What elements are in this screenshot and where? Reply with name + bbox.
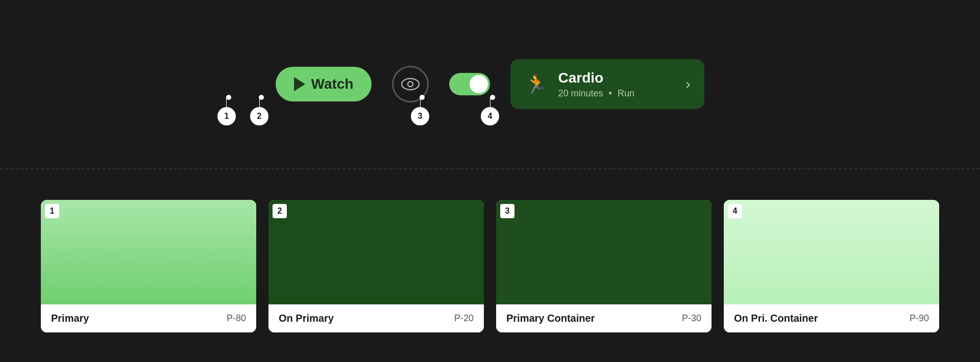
- cardio-info: Cardio 20 minutes • Run: [558, 69, 675, 99]
- color-swatch-3: [496, 200, 712, 304]
- chevron-right-icon: ›: [685, 76, 690, 92]
- color-code-2: P-20: [454, 313, 474, 324]
- bottom-section: 1 Primary P-80 2 On Primary P-20 3 Prima…: [0, 169, 980, 362]
- color-swatch-2: [268, 200, 484, 304]
- watch-button[interactable]: Watch: [276, 67, 372, 101]
- color-code-3: P-30: [682, 313, 701, 324]
- dot-marker-4: [490, 95, 495, 100]
- connector-line-4: [490, 98, 491, 108]
- connector-line-1: [226, 98, 227, 108]
- color-card-2: 2 On Primary P-20: [268, 200, 484, 332]
- cardio-type: Run: [618, 88, 634, 98]
- toggle-switch[interactable]: [449, 73, 490, 95]
- card-number-2: 2: [273, 204, 287, 218]
- color-card-4: 4 On Pri. Container P-90: [724, 200, 939, 332]
- color-code-4: P-90: [910, 313, 929, 324]
- annotation-1: 1: [217, 107, 236, 125]
- connector-line-2: [259, 98, 260, 108]
- cardio-card[interactable]: 🏃 Cardio 20 minutes • Run ›: [510, 59, 704, 110]
- card-number-1: 1: [45, 204, 59, 218]
- color-label-3: Primary Container P-30: [496, 304, 712, 332]
- color-name-1: Primary: [51, 313, 89, 324]
- cardio-duration: 20 minutes: [558, 88, 603, 98]
- watch-label: Watch: [311, 76, 354, 92]
- cardio-title: Cardio: [558, 69, 675, 87]
- cardio-separator: •: [609, 88, 612, 98]
- annotation-3: 3: [411, 107, 429, 125]
- eye-icon: [401, 75, 420, 93]
- color-name-3: Primary Container: [506, 313, 595, 324]
- color-code-1: P-80: [227, 313, 246, 324]
- svg-point-1: [408, 82, 413, 87]
- annotation-2: 2: [250, 107, 268, 125]
- dot-marker-1: [226, 95, 231, 100]
- runner-icon: 🏃: [525, 73, 548, 95]
- annotation-4: 4: [481, 107, 499, 125]
- card-number-4: 4: [728, 204, 742, 218]
- color-label-1: Primary P-80: [41, 304, 256, 332]
- color-card-1: 1 Primary P-80: [41, 200, 256, 332]
- play-icon: [294, 77, 305, 91]
- cardio-subtitle: 20 minutes • Run: [558, 88, 675, 99]
- color-name-2: On Primary: [279, 313, 334, 324]
- eye-button[interactable]: [392, 66, 429, 102]
- color-swatch-4: [724, 200, 939, 304]
- card-number-3: 3: [500, 204, 514, 218]
- color-swatch-1: [41, 200, 256, 304]
- color-name-4: On Pri. Container: [734, 313, 818, 324]
- color-label-2: On Primary P-20: [268, 304, 484, 332]
- color-card-3: 3 Primary Container P-30: [496, 200, 712, 332]
- color-label-4: On Pri. Container P-90: [724, 304, 939, 332]
- top-section: Watch 🏃 Cardio 20 minutes • Run ›: [0, 0, 980, 168]
- toggle-knob: [470, 75, 488, 93]
- dot-marker-2: [259, 95, 264, 100]
- svg-point-0: [402, 79, 419, 90]
